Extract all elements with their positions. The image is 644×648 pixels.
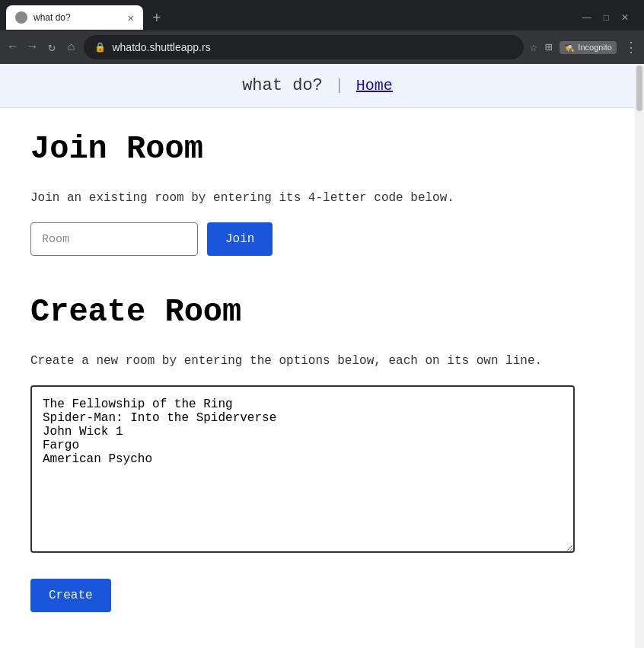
join-room-section: Join Room Join an existing room by enter…: [30, 131, 594, 256]
room-code-input[interactable]: [30, 222, 198, 256]
join-button[interactable]: Join: [207, 222, 273, 256]
extensions-icon[interactable]: ⊞: [545, 40, 553, 55]
create-room-title: Create Room: [30, 294, 594, 330]
options-textarea[interactable]: The Fellowship of the Ring Spider-Man: I…: [30, 385, 575, 553]
browser-address-bar: ← → ↻ ⌂ 🔒 whatdo.shuttleapp.rs ☆ ⊞ 🕵 Inc…: [0, 30, 644, 64]
site-header-divider: |: [335, 77, 344, 94]
back-button[interactable]: ←: [6, 37, 20, 57]
home-link[interactable]: Home: [356, 77, 393, 94]
home-button[interactable]: ⌂: [65, 37, 78, 57]
join-room-title: Join Room: [30, 131, 594, 168]
main-content: Join Room Join an existing room by enter…: [0, 108, 624, 648]
create-button[interactable]: Create: [30, 579, 111, 612]
browser-chrome: what do? ✕ + — □ ✕ ← → ↻ ⌂ 🔒 whatdo.shut…: [0, 0, 644, 64]
page-wrapper: what do? | Home Join Room Join an existi…: [0, 64, 644, 648]
address-right-icons: ☆ ⊞ 🕵 Incognito ⋮: [530, 39, 638, 56]
scrollbar-thumb[interactable]: [636, 65, 642, 111]
svg-point-0: [18, 14, 25, 21]
tab-title: what do?: [33, 12, 122, 23]
bookmark-star-icon[interactable]: ☆: [530, 40, 537, 55]
incognito-badge: 🕵 Incognito: [560, 41, 617, 54]
join-room-description: Join an existing room by entering its 4-…: [30, 189, 594, 207]
scrollbar-track[interactable]: [635, 64, 644, 648]
browser-title-bar: what do? ✕ + — □ ✕: [0, 0, 644, 30]
tab-favicon: [15, 11, 27, 24]
address-bar-field[interactable]: 🔒 whatdo.shuttleapp.rs: [84, 35, 524, 59]
maximize-button[interactable]: □: [604, 12, 609, 23]
forward-button[interactable]: →: [26, 37, 40, 57]
browser-menu-button[interactable]: ⋮: [624, 39, 638, 56]
join-form: Join: [30, 222, 594, 256]
active-tab[interactable]: what do? ✕: [6, 5, 143, 30]
window-controls: — □ ✕: [573, 12, 638, 23]
page-content: what do? | Home Join Room Join an existi…: [0, 64, 635, 648]
new-tab-button[interactable]: +: [146, 6, 167, 30]
minimize-button[interactable]: —: [582, 12, 591, 23]
address-text: whatdo.shuttleapp.rs: [112, 41, 210, 53]
incognito-icon: 🕵: [564, 43, 575, 53]
close-window-button[interactable]: ✕: [621, 12, 629, 23]
refresh-button[interactable]: ↻: [45, 37, 59, 58]
lock-icon: 🔒: [94, 42, 106, 53]
create-room-description: Create a new room by entering the option…: [30, 352, 594, 370]
create-room-section: Create Room Create a new room by enterin…: [30, 294, 594, 612]
tab-close-button[interactable]: ✕: [128, 11, 134, 24]
browser-tabs: what do? ✕ +: [6, 5, 573, 30]
site-title: what do?: [242, 76, 323, 95]
incognito-label: Incognito: [578, 43, 612, 52]
site-header: what do? | Home: [0, 64, 635, 108]
